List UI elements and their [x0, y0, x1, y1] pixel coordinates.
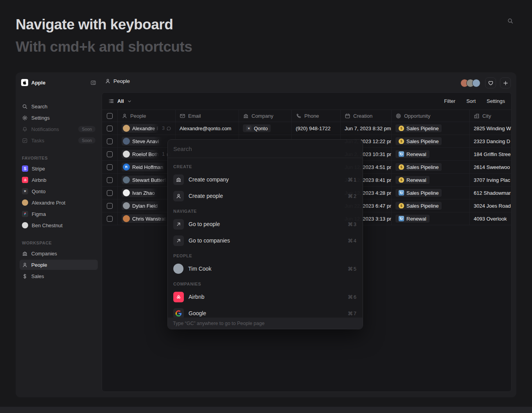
cell-opportunity[interactable]: $Sales Pipeline [392, 135, 470, 147]
column-header-opportunity[interactable]: Opportunity [392, 110, 470, 122]
cell-person[interactable]: Stewart Butterfield [118, 174, 176, 186]
row-checkbox[interactable] [107, 216, 113, 222]
cell-person[interactable]: Alexandre Prot 3 [118, 122, 176, 135]
palette-item-google[interactable]: Google ⌘7 [171, 305, 359, 318]
avatar [22, 199, 28, 206]
company-chip[interactable]: ✕Qonto [243, 124, 271, 132]
view-settings-button[interactable]: Settings [487, 98, 505, 104]
favorite-item-qonto[interactable]: ✕ Qonto [20, 186, 98, 196]
cell-person[interactable]: Ivan Zhao [118, 187, 176, 199]
cell-city[interactable]: 2825 Winding W [470, 122, 511, 135]
view-name: All [117, 98, 124, 104]
view-selector[interactable]: All [108, 98, 132, 104]
cell-city[interactable]: 3707 Irving Plac [470, 174, 511, 186]
cell-opportunity[interactable]: ↻Renewal [392, 148, 470, 160]
cell-city[interactable]: 2614 Sweetwoo [470, 161, 511, 173]
palette-item-create-company[interactable]: Create company ⌘1 [171, 171, 359, 188]
cell-email[interactable]: Alexandre@qonto.com [176, 122, 239, 135]
sidebar-item-search[interactable]: Search [20, 101, 98, 111]
airbnb-logo-icon [173, 292, 184, 302]
page-subtitle: With cmd+k and shortcuts [16, 39, 192, 55]
avatar [472, 79, 480, 87]
cell-city[interactable]: 4093 Overlook [470, 212, 511, 225]
select-all-checkbox[interactable] [107, 113, 113, 119]
column-header-city[interactable]: City [470, 110, 511, 122]
row-checkbox[interactable] [107, 151, 113, 157]
palette-item-go-to-people[interactable]: Go to people ⌘3 [171, 216, 359, 232]
calendar-icon [345, 113, 350, 119]
cell-person[interactable]: RReid Hoffman [118, 161, 176, 173]
cell-company[interactable]: ✕Qonto [239, 122, 292, 135]
opportunity-chip[interactable]: $Sales Pipeline [395, 124, 442, 132]
column-header-creation[interactable]: Creation [341, 110, 392, 122]
cell-opportunity[interactable]: $Sales Pipeline [392, 199, 470, 212]
row-checkbox[interactable] [107, 126, 113, 131]
member-avatars[interactable] [460, 79, 480, 87]
row-checkbox[interactable] [107, 190, 113, 196]
cell-person[interactable]: Roelof Botha 1 [118, 148, 176, 160]
favorite-item-figma[interactable]: Figma [20, 209, 98, 219]
qonto-logo-icon: ✕ [246, 126, 252, 131]
palette-item-tim-cook[interactable]: Tim Cook ⌘5 [171, 260, 359, 277]
avatar [22, 222, 28, 228]
money-bag-icon: $ [399, 126, 404, 131]
add-record-button[interactable] [500, 77, 511, 88]
column-header-phone[interactable]: Phone [292, 110, 341, 122]
sidebar-item-sales[interactable]: Sales [20, 271, 98, 281]
cell-creation[interactable]: Jun 7, 2023 8:32 pm [341, 122, 392, 135]
cell-person[interactable]: Steve Anavi [118, 135, 176, 147]
favorite-button[interactable] [485, 77, 496, 88]
table-row: Alexandre Prot 3 Alexandre@qonto.com ✕Qo… [102, 122, 511, 135]
search-input[interactable] [173, 145, 357, 152]
sidebar-collapse-icon[interactable] [90, 80, 96, 86]
workspace-switcher[interactable]: Apple [20, 78, 98, 87]
cell-city[interactable]: 184 Griffin Stree [470, 148, 511, 160]
favorite-item-stripe[interactable]: S Stripe [20, 163, 98, 174]
cell-opportunity[interactable]: $Renewal [392, 174, 470, 186]
column-header-email[interactable]: Email [176, 110, 239, 122]
cell-opportunity[interactable]: ↻Renewal [392, 212, 470, 225]
column-header-people[interactable]: People [118, 110, 176, 122]
heart-icon [488, 80, 494, 86]
comment-count: 3 [162, 126, 171, 131]
palette-search[interactable] [168, 140, 363, 158]
row-checkbox[interactable] [107, 203, 113, 209]
favorite-item-alexandre[interactable]: Alexandre Prot [20, 198, 98, 208]
cell-opportunity[interactable]: $Sales Pipeline [392, 161, 470, 173]
cell-opportunity[interactable]: ↻Sales Pipeline [392, 187, 470, 199]
section-heading-create: CREATE [171, 160, 359, 171]
row-checkbox[interactable] [107, 177, 113, 183]
section-heading-navigate: NAVIGATE [171, 204, 359, 216]
row-checkbox[interactable] [107, 138, 113, 144]
sidebar-item-label: Notifications [31, 126, 59, 132]
sidebar-item-companies[interactable]: Companies [20, 248, 98, 259]
cell-person[interactable]: Dylan Field [118, 199, 176, 212]
shortcut-badge: ⌘4 [348, 238, 357, 244]
workspace-list: Companies People Sales [20, 248, 98, 281]
row-checkbox[interactable] [107, 164, 113, 170]
sidebar-item-people[interactable]: People [20, 260, 98, 270]
qonto-logo-icon: ✕ [22, 188, 28, 194]
arrow-up-right-icon [173, 235, 184, 246]
favorite-item-airbnb[interactable]: Airbnb [20, 175, 98, 185]
person-chip[interactable]: Alexandre Prot [122, 124, 159, 133]
palette-item-airbnb[interactable]: Airbnb ⌘6 [171, 289, 359, 305]
dollar-icon [22, 273, 28, 279]
sidebar-item-settings[interactable]: Settings [20, 113, 98, 123]
palette-item-go-to-companies[interactable]: Go to companies ⌘4 [171, 232, 359, 249]
cell-city[interactable]: 2323 Dancing D [470, 135, 511, 147]
column-header-company[interactable]: Company [239, 110, 292, 122]
favorite-label: Qonto [32, 189, 45, 194]
cell-opportunity[interactable]: $Sales Pipeline [392, 122, 470, 135]
cell-city[interactable]: 612 Shadowmar [470, 187, 511, 199]
avatar [123, 125, 130, 132]
palette-item-create-people[interactable]: Create people ⌘2 [171, 188, 359, 204]
cell-phone[interactable]: (920) 948-1722 [292, 122, 341, 135]
favorite-item-ben[interactable]: Ben Chestnut [20, 220, 98, 230]
search-icon[interactable] [507, 18, 513, 24]
filter-button[interactable]: Filter [444, 98, 455, 104]
cell-person[interactable]: Chris Wanstrath [118, 212, 176, 225]
sort-button[interactable]: Sort [466, 98, 476, 104]
bell-icon [22, 126, 28, 132]
cell-city[interactable]: 3024 Joes Road [470, 199, 511, 212]
